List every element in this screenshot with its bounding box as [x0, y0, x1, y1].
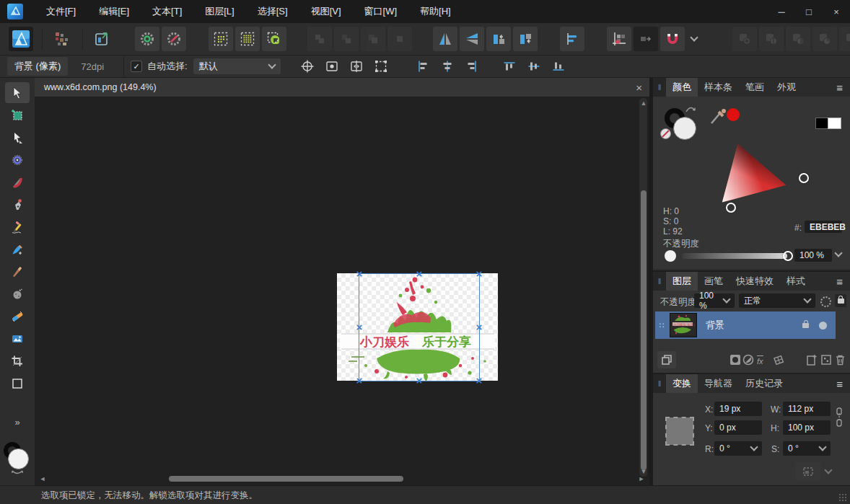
- primary-color-swatch[interactable]: [8, 448, 29, 469]
- tab-swatches[interactable]: 样本条: [698, 78, 739, 97]
- snapping-options-chevron[interactable]: [687, 27, 701, 51]
- layer-row-background[interactable]: ∷ 小刀娱乐 乐于分享 背景: [655, 311, 836, 339]
- maximize-button[interactable]: □: [795, 0, 823, 23]
- resize-grip[interactable]: [838, 493, 847, 502]
- marquee-options-button[interactable]: [370, 58, 392, 75]
- align-middle-button[interactable]: [523, 58, 545, 75]
- h-input[interactable]: 100 px: [783, 420, 831, 435]
- alignment-button[interactable]: [560, 27, 584, 51]
- horizontal-scrollbar[interactable]: ◄ ►: [38, 474, 647, 483]
- menu-edit[interactable]: 编辑[E]: [87, 0, 141, 23]
- fill-stroke-swap-widget[interactable]: [663, 107, 695, 141]
- transform-mode-button[interactable]: [796, 462, 820, 481]
- insert-inside-button[interactable]: [812, 27, 837, 51]
- w-input[interactable]: 112 px: [783, 402, 831, 416]
- insert-add-button[interactable]: [732, 27, 757, 51]
- layer-opacity-dropdown[interactable]: 100 %: [694, 293, 735, 308]
- menu-view[interactable]: 视图[V]: [299, 0, 353, 23]
- transform-mode-chevron[interactable]: [822, 462, 835, 481]
- menu-select[interactable]: 选择[S]: [246, 0, 299, 23]
- tab-history[interactable]: 历史记录: [739, 374, 789, 393]
- align-left-button[interactable]: [412, 58, 434, 75]
- tool-paint-brush[interactable]: [5, 239, 30, 260]
- color-swap-widget[interactable]: [4, 442, 31, 475]
- export-persona-button[interactable]: [89, 27, 114, 51]
- panel-drag-handle[interactable]: ‖: [653, 272, 666, 291]
- tool-flood-select[interactable]: [5, 172, 30, 193]
- tool-move[interactable]: [5, 82, 30, 103]
- assistant-off-button[interactable]: [162, 27, 186, 51]
- tool-gradient[interactable]: [5, 306, 30, 327]
- opacity-slider-marker[interactable]: [783, 251, 793, 261]
- tool-marquee[interactable]: [5, 105, 30, 125]
- tab-appearance[interactable]: 外观: [771, 78, 802, 97]
- shear-dropdown[interactable]: 0 °: [783, 441, 831, 456]
- menu-text[interactable]: 文本[T]: [141, 0, 193, 23]
- tool-pencil[interactable]: [5, 216, 30, 237]
- swap-colors-icon[interactable]: [11, 469, 24, 476]
- autoselect-dropdown[interactable]: 默认: [193, 58, 281, 74]
- rotation-dropdown[interactable]: 0 °: [714, 441, 762, 456]
- rotate-ccw-button[interactable]: [486, 27, 511, 51]
- tab-quick-fx[interactable]: 快速特效: [729, 272, 780, 291]
- panel-menu-icon[interactable]: ≡: [836, 275, 843, 288]
- scroll-right-icon[interactable]: ►: [636, 475, 647, 482]
- edit-all-layers-toggle[interactable]: [634, 27, 658, 51]
- tool-rectangle[interactable]: [5, 373, 30, 394]
- tab-brushes[interactable]: 画笔: [698, 272, 729, 291]
- tab-navigator[interactable]: 导航器: [698, 374, 739, 393]
- picked-color-swatch[interactable]: [727, 108, 740, 121]
- selection-handle-top-right[interactable]: ×: [476, 270, 483, 278]
- persona-designer-button[interactable]: [9, 27, 33, 51]
- align-center-button[interactable]: [437, 58, 458, 75]
- tool-crop[interactable]: [5, 350, 30, 371]
- selection-bounding-box[interactable]: × × × × × × × ×: [359, 273, 480, 381]
- y-input[interactable]: 0 px: [714, 420, 762, 435]
- white-swatch[interactable]: [828, 118, 841, 129]
- align-right-button[interactable]: [461, 58, 483, 75]
- document-tab-close-icon[interactable]: ×: [636, 81, 642, 94]
- tool-clone[interactable]: [5, 283, 30, 304]
- insert-replace-button[interactable]: [839, 27, 850, 51]
- hex-input[interactable]: EBEBEB: [805, 221, 842, 233]
- pattern-layer-button[interactable]: [773, 354, 785, 368]
- selection-handle-top-left[interactable]: ×: [356, 270, 363, 278]
- tab-color[interactable]: 颜色: [666, 78, 698, 97]
- assistant-on-button[interactable]: [135, 27, 159, 51]
- align-bottom-button[interactable]: [548, 58, 569, 75]
- mask-layer-button[interactable]: [729, 354, 741, 368]
- panel-drag-handle[interactable]: ‖: [653, 374, 666, 393]
- color-wheel[interactable]: [697, 121, 810, 234]
- new-pixel-layer-button[interactable]: [820, 354, 832, 368]
- selection-handle-bottom-center[interactable]: ×: [416, 377, 423, 384]
- blend-options-gear-icon[interactable]: [820, 296, 831, 307]
- live-filter-button[interactable]: fx: [757, 355, 763, 366]
- scroll-up-icon[interactable]: ▲: [639, 100, 649, 107]
- selection-handle-bottom-left[interactable]: ×: [356, 377, 363, 384]
- layer-locked-icon[interactable]: [802, 323, 809, 328]
- vertical-scrollbar[interactable]: ▲ ▼: [639, 98, 647, 477]
- rotate-cw-button[interactable]: [513, 27, 538, 51]
- transform-origin-button[interactable]: [607, 27, 631, 51]
- select-sparse-pixels-button[interactable]: [209, 27, 233, 51]
- duplicate-layers-button[interactable]: [657, 351, 676, 368]
- selection-handle-mid-left[interactable]: ×: [356, 324, 363, 331]
- blend-mode-dropdown[interactable]: 正常: [739, 293, 815, 308]
- select-object-button[interactable]: [262, 27, 286, 51]
- tab-stroke[interactable]: 笔画: [739, 78, 771, 97]
- horizontal-scrollbar-thumb[interactable]: [169, 476, 403, 482]
- tools-overflow-chevron[interactable]: »: [5, 415, 30, 428]
- flip-vertical-button[interactable]: [460, 27, 484, 51]
- document-tab-title[interactable]: www.x6d.com.png (149.4%): [44, 82, 157, 92]
- canvas-area[interactable]: www.x6d.com.png (149.4%) × 小刀娱乐: [35, 78, 649, 485]
- swap-arrow-icon[interactable]: [685, 104, 696, 114]
- boolean-subtract-button[interactable]: [334, 27, 359, 51]
- selection-handle-top-center[interactable]: ×: [416, 270, 423, 278]
- x-input[interactable]: 19 px: [714, 402, 762, 416]
- layer-visibility-toggle[interactable]: [819, 322, 827, 330]
- vertical-scrollbar-thumb[interactable]: [641, 190, 647, 470]
- tool-knife[interactable]: [5, 261, 30, 282]
- opacity-slider[interactable]: [682, 253, 787, 259]
- new-layer-button[interactable]: [806, 354, 818, 368]
- selection-handle-mid-right[interactable]: ×: [476, 324, 483, 331]
